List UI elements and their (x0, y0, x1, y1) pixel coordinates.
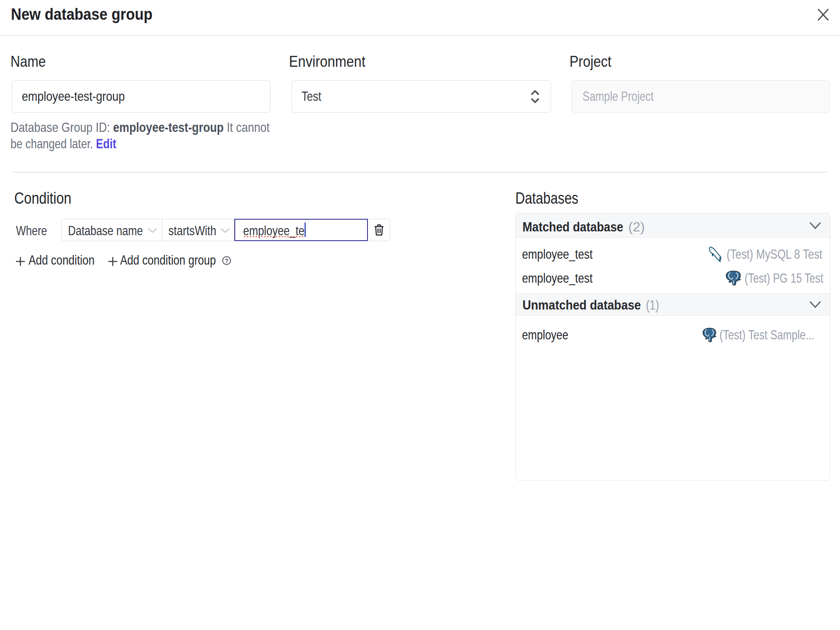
svg-text:?: ? (225, 257, 228, 264)
